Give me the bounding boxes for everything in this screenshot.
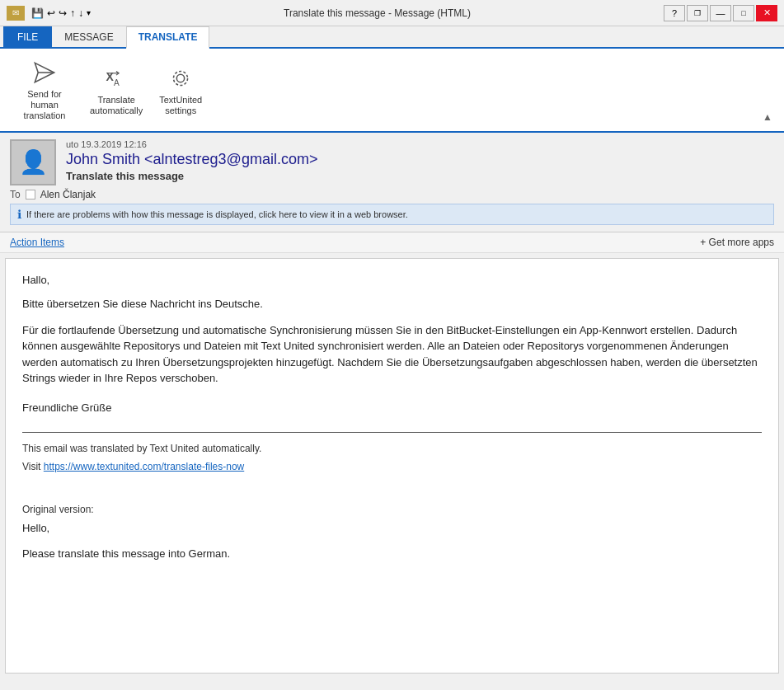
restore-down-button[interactable]: ❐ <box>687 5 708 21</box>
email-body: Hallo, Bitte übersetzen Sie diese Nachri… <box>6 259 778 585</box>
svg-point-6 <box>174 71 188 85</box>
quick-save-icon[interactable]: 💾 <box>31 7 44 19</box>
send-human-label: Send for human translation <box>16 89 73 122</box>
email-from: John Smith <alntestreg3@gmail.com> <box>66 151 774 168</box>
email-header: 👤 uto 19.3.2019 12:16 John Smith <alntes… <box>0 133 784 232</box>
sender-row: 👤 uto 19.3.2019 12:16 John Smith <alntes… <box>10 139 774 185</box>
svg-text:A: A <box>114 78 120 87</box>
ribbon-group-translate: Send for human translation X A Translate… <box>8 54 209 126</box>
ribbon-tabs: FILE MESSAGE TRANSLATE <box>0 26 784 49</box>
send-human-icon <box>30 58 59 87</box>
close-button[interactable]: ✕ <box>756 5 777 21</box>
footer-link[interactable]: https://www.textunited.com/translate-fil… <box>44 461 244 472</box>
to-recipient-name: Alen Članjak <box>40 189 96 200</box>
svg-text:X: X <box>106 70 115 83</box>
to-recipient-checkbox[interactable] <box>26 190 35 199</box>
ribbon-scroll-arrow[interactable]: ▲ <box>759 108 776 126</box>
original-label: Original version: <box>22 502 762 517</box>
body-signoff: Freundliche Grüße <box>22 400 762 416</box>
avatar: 👤 <box>10 139 56 185</box>
window-title: Translate this message - Message (HTML) <box>91 7 664 19</box>
body-line2: Für die fortlaufende Übersetzung und aut… <box>22 322 762 387</box>
email-date: uto 19.3.2019 12:16 <box>66 139 774 149</box>
email-to-row: To Alen Članjak <box>10 189 774 200</box>
to-label: To <box>10 189 21 200</box>
window-controls: ? ❐ — □ ✕ <box>664 5 777 21</box>
help-button[interactable]: ? <box>664 5 685 21</box>
send-human-button[interactable]: Send for human translation <box>8 54 81 126</box>
move-down-icon[interactable]: ↓ <box>78 7 83 19</box>
tab-translate[interactable]: TRANSLATE <box>126 26 210 49</box>
translate-auto-icon: X A <box>101 63 131 93</box>
email-subject: Translate this message <box>66 170 774 182</box>
svg-point-5 <box>177 74 185 82</box>
title-bar-app-icons: ✉ 💾 ↩ ↪ ↑ ↓ ▾ <box>7 6 91 21</box>
info-bar-text: If there are problems with how this mess… <box>26 209 408 219</box>
maximize-button[interactable]: □ <box>733 5 754 21</box>
undo-icon[interactable]: ↩ <box>47 7 55 19</box>
display-info-bar[interactable]: ℹ If there are problems with how this me… <box>10 204 774 225</box>
email-info: uto 19.3.2019 12:16 John Smith <alntestr… <box>66 139 774 182</box>
move-up-icon[interactable]: ↑ <box>70 7 75 19</box>
tab-message[interactable]: MESSAGE <box>52 26 125 49</box>
info-icon: ℹ <box>17 208 21 221</box>
ribbon-content: Send for human translation X A Translate… <box>0 49 784 133</box>
textunited-settings-button[interactable]: TextUnited settings <box>152 54 209 126</box>
textunited-settings-label: TextUnited settings <box>159 95 202 116</box>
action-bar: Action Items + Get more apps <box>0 232 784 253</box>
body-line1: Bitte übersetzen Sie diese Nachricht ins… <box>22 296 762 312</box>
get-more-apps-link[interactable]: + Get more apps <box>700 237 774 248</box>
translate-auto-label: Translate automatically <box>90 95 143 116</box>
textunited-settings-icon <box>166 63 195 93</box>
redo-icon[interactable]: ↪ <box>59 7 67 19</box>
action-items-link[interactable]: Action Items <box>10 237 64 248</box>
minimize-button[interactable]: — <box>710 5 731 21</box>
footer-visit-text: Visit <box>22 461 44 472</box>
title-bar: ✉ 💾 ↩ ↪ ↑ ↓ ▾ Translate this message - M… <box>0 0 784 26</box>
body-greeting: Hallo, <box>22 272 762 289</box>
footer-line2: Visit https://www.textunited.com/transla… <box>22 459 762 474</box>
translate-auto-button[interactable]: X A Translate automatically <box>82 54 150 126</box>
app-icon: ✉ <box>7 6 25 21</box>
body-divider <box>22 432 762 433</box>
footer-line1: This email was translated by Text United… <box>22 441 762 456</box>
original-line1: Please translate this message into Germa… <box>22 546 762 562</box>
avatar-person-icon: 👤 <box>19 148 48 176</box>
original-greeting: Hello, <box>22 520 762 537</box>
email-body-container[interactable]: Hallo, Bitte übersetzen Sie diese Nachri… <box>5 258 779 674</box>
tab-file[interactable]: FILE <box>3 26 52 49</box>
